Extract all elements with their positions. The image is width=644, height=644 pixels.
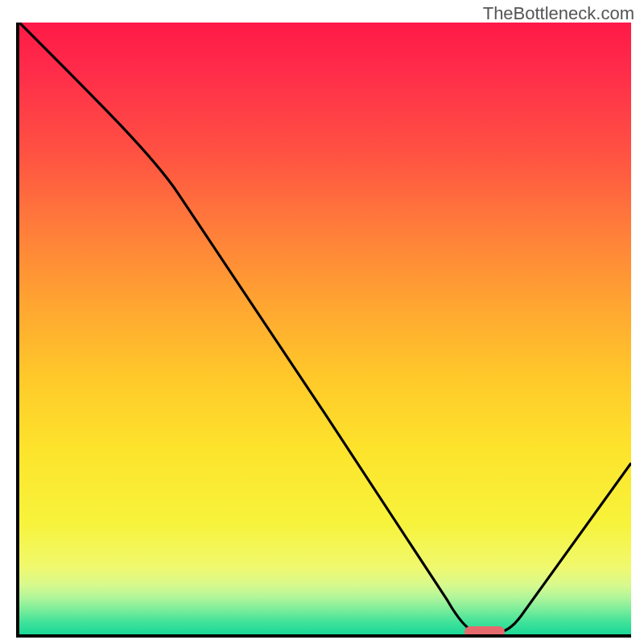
watermark-text: TheBottleneck.com <box>483 3 634 24</box>
chart-marker <box>464 626 505 638</box>
chart-curve <box>19 23 631 634</box>
chart-plot-area <box>16 23 631 638</box>
